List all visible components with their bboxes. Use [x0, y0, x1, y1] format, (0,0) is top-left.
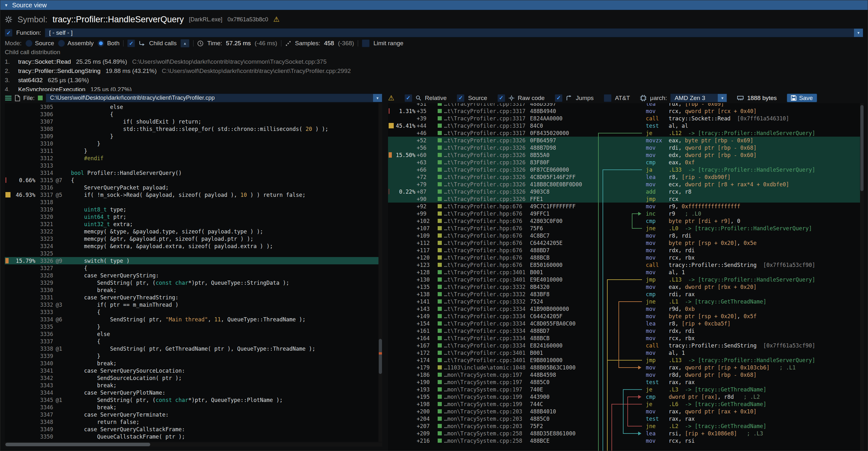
source-line[interactable]: 3327 {	[5, 264, 382, 272]
source-line[interactable]: 3311 }	[5, 147, 382, 154]
att-syntax-checkbox[interactable]	[604, 94, 612, 102]
expand-callstack-button[interactable]: ▲	[181, 39, 189, 48]
source-line[interactable]: 3328 case ServerQueryString:	[5, 272, 382, 279]
chevron-down-icon[interactable]: ▼	[854, 29, 863, 37]
source-location: …mon\TracySystem.cpp:197	[438, 372, 530, 378]
source-line[interactable]: 3332@3 if( ptr == m_mainThread )	[5, 301, 382, 308]
source-line[interactable]: 3344 case ServerQueryPlotName:	[5, 389, 382, 396]
source-line[interactable]: 3321 uint32_t extra;	[5, 220, 382, 228]
source-view-window: ▼ Source view Symbol: tracy::Profiler::H…	[0, 0, 868, 451]
source-line[interactable]: 3325	[5, 250, 382, 257]
file-path-combo[interactable]: C:\Users\wolf\Desktop\darkrl\contrib\tra…	[46, 94, 382, 102]
source-line[interactable]: 3316 ServerQueryPacket payload;	[5, 184, 382, 191]
source-location-text: …t\TracyProfiler.cpp:3334	[444, 335, 526, 341]
source-line[interactable]: 3308 std::this_thread::sleep_for( std::c…	[5, 125, 382, 132]
instruction-bytes: E824160000	[530, 342, 590, 349]
scrollbar-thumb[interactable]	[860, 105, 864, 191]
title-bar[interactable]: ▼ Source view	[0, 0, 868, 10]
source-line[interactable]: 3348 return false;	[5, 418, 382, 425]
source-location-text: …mon\TracySystem.cpp:199	[444, 401, 522, 408]
source-line[interactable]: 3318	[5, 199, 382, 206]
save-button[interactable]: Save	[787, 94, 817, 102]
function-checkbox[interactable]: ✓	[5, 29, 12, 37]
source-line[interactable]: 3347 case ServerQueryTerminate:	[5, 411, 382, 418]
mode-radio-both[interactable]: Both	[97, 40, 119, 47]
source-line[interactable]: 3324 memcpy( &extra, &payload.extra, siz…	[5, 242, 382, 250]
function-combo[interactable]: [ - self - ] ▼	[45, 28, 863, 37]
line-code: }	[71, 353, 100, 359]
instruction-bytes: 488BCB	[530, 335, 590, 341]
scrollbar-thumb[interactable]	[5, 443, 150, 446]
instruction-bytes: E824AA0000	[530, 115, 590, 122]
source-line[interactable]: 3342 SendSourceLocation( ptr );	[5, 374, 382, 382]
source-horizontal-scrollbar[interactable]	[5, 442, 382, 447]
uarch-combo[interactable]: AMD Zen 3 ▼	[670, 94, 727, 102]
child-calls-checkbox[interactable]: ✓	[127, 39, 135, 47]
mode-radio-source[interactable]: Source	[26, 40, 54, 47]
source-line[interactable]: 3312 #endif	[5, 154, 382, 162]
source-line[interactable]: 3330 break;	[5, 286, 382, 294]
source-line[interactable]: 3307 if( shouldExit ) return;	[5, 118, 382, 125]
source-line[interactable]: 3335 }	[5, 323, 382, 330]
instruction-bytes: 49C7C1FFFFFFFF	[530, 203, 590, 210]
source-line[interactable]: 3337 {	[5, 338, 382, 345]
chevron-down-icon[interactable]: ▼	[373, 94, 382, 102]
source-location-text: …t\TracyProfiler.cpp:3334	[444, 342, 526, 349]
instruction-offset: +138	[417, 291, 434, 298]
raw-code-checkbox[interactable]: ✓	[497, 94, 505, 102]
file-label: File:	[23, 95, 35, 101]
source-line[interactable]: 3343 break;	[5, 382, 382, 389]
relative-checkbox[interactable]: ✓	[405, 94, 412, 102]
source-line[interactable]: 3341 case ServerQuerySourceLocation:	[5, 367, 382, 374]
source-line[interactable]: 3319 uint8_t type;	[5, 206, 382, 213]
line-symbol-mark: @1	[56, 397, 70, 403]
jumps-checkbox[interactable]: ✓	[555, 94, 562, 102]
collapse-icon[interactable]: ▼	[4, 3, 8, 8]
child-call-row[interactable]: 4.KeSynchronizeExecution125 μs (0.27%)	[5, 85, 861, 91]
source-line[interactable]: 3329 SendString( ptr, (const char*)ptr, …	[5, 279, 382, 286]
source-line[interactable]: 3331 case ServerQueryThreadString:	[5, 294, 382, 301]
source-line[interactable]: 3334@6 SendString( ptr, "Main thread", 1…	[5, 315, 382, 323]
child-call-row[interactable]: 2.tracy::Profiler::SendLongString19.88 m…	[5, 66, 861, 76]
source-location-text: …t\TracyProfiler.cpp:3401	[444, 357, 526, 363]
source-line[interactable]: 3340 break;	[5, 360, 382, 367]
limit-range-checkbox[interactable]	[362, 39, 370, 47]
source-files-icon[interactable]	[5, 95, 12, 101]
source-line[interactable]: 3338@1 SendString( ptr, GetThreadName( p…	[5, 345, 382, 352]
child-call-row[interactable]: 1.tracy::Socket::Read25.25 ms (54.89%)C:…	[5, 57, 861, 66]
scrollbar-thumb[interactable]	[379, 339, 382, 374]
source-line[interactable]: 3345@1 SendString( ptr, (const char*)ptr…	[5, 396, 382, 403]
line-number: 3311	[37, 148, 53, 154]
source-line[interactable]: 3349 case ServerQueryCallstackFrame:	[5, 425, 382, 433]
file-color-square	[438, 131, 442, 135]
source-line[interactable]: 3313	[5, 162, 382, 169]
asm-vertical-scrollbar[interactable]	[860, 103, 864, 451]
source-line[interactable]: 3346 break;	[5, 403, 382, 411]
instruction-bytes: 488D35E8861000	[530, 430, 590, 437]
source-line[interactable]: 3309 }	[5, 132, 382, 140]
source-line[interactable]: 3305 else	[5, 103, 382, 111]
source-line[interactable]: 3306 {	[5, 111, 382, 118]
mode-radio-assembly[interactable]: Assembly	[58, 40, 94, 47]
source-checkbox[interactable]: ✓	[457, 94, 464, 102]
source-line[interactable]: 3339 }	[5, 352, 382, 360]
source-line[interactable]: 3314bool Profiler::HandleServerQuery()	[5, 169, 382, 176]
file-color-square	[438, 292, 442, 296]
source-line[interactable]: 46.93%3317@5 if( !m_sock->Read( &payload…	[5, 191, 382, 199]
source-line[interactable]: 3323 memcpy( &ptr, &payload.ptr, sizeof(…	[5, 235, 382, 242]
child-call-row[interactable]: 3.stat64i32625 μs (1.36%)	[5, 76, 861, 85]
source-line[interactable]: 3336 else	[5, 330, 382, 338]
file-color-square	[438, 234, 442, 238]
source-line[interactable]: 3322 memcpy( &type, &payload.type, sizeo…	[5, 228, 382, 235]
source-line[interactable]: 3310 }	[5, 140, 382, 147]
chevron-down-icon[interactable]: ▼	[718, 94, 727, 102]
source-line[interactable]: 3333 {	[5, 308, 382, 315]
source-line[interactable]: 15.79%3326@9 switch( type )	[5, 257, 382, 264]
instruction-bytes: 448B4598	[530, 372, 590, 378]
instruction-bytes: 483BF8	[530, 291, 590, 298]
file-color-square	[438, 263, 442, 267]
source-line[interactable]: 3350 QueueCallstackFrame( ptr );	[5, 433, 382, 440]
source-vertical-scrollbar[interactable]	[378, 103, 382, 442]
source-line[interactable]: 0.66%3315@7{	[5, 176, 382, 184]
source-line[interactable]: 3320 uint64_t ptr;	[5, 213, 382, 220]
